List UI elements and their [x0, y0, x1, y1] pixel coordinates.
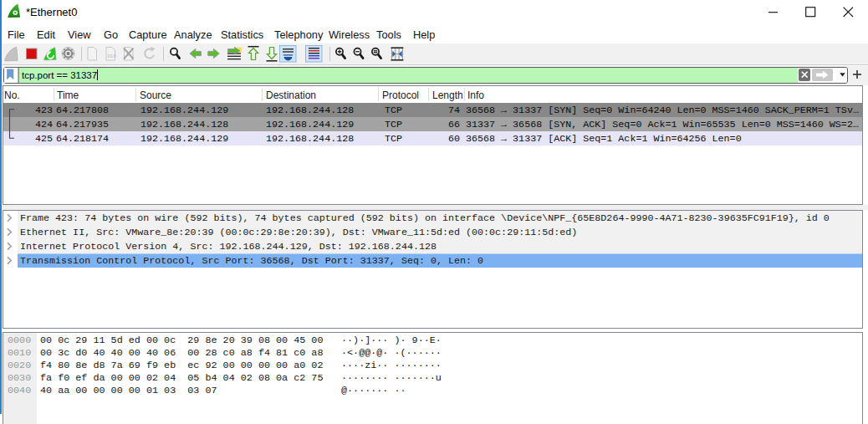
- svg-text:010: 010: [108, 54, 117, 59]
